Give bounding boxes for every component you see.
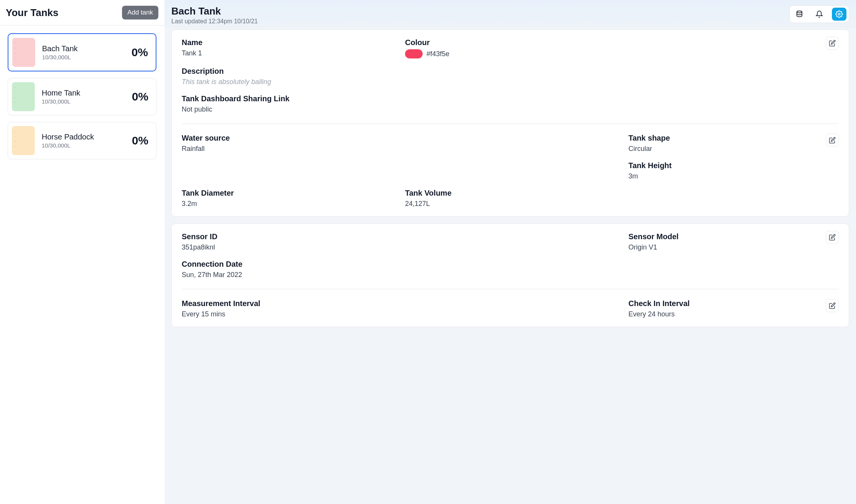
tank-card[interactable]: Home Tank10/30,000L0% [8,78,156,115]
database-icon [796,10,803,18]
bell-icon [815,10,823,18]
tank-card-name: Home Tank [42,89,125,97]
field-sharing-link-value: Not public [182,105,839,113]
edit-sensor-info-button[interactable] [826,231,839,244]
edit-icon [829,40,836,47]
last-updated-value: 12:34pm 10/10/21 [208,18,258,24]
settings-button[interactable] [832,8,846,21]
edit-icon [829,137,836,144]
field-measurement-interval-value: Every 15 mins [182,310,392,318]
tank-card-percent: 0% [132,134,148,147]
tank-card-sub: 10/30,000L [42,142,125,149]
field-measurement-interval-label: Measurement Interval [182,299,392,308]
page-toolbar [789,5,849,23]
field-checkin-interval-label: Check In Interval [628,299,839,308]
field-tank-diameter-label: Tank Diameter [182,189,392,198]
sensor-card: Sensor ID 351pa8iknl Sensor Model Origin… [171,224,849,327]
sensor-intervals-section: Measurement Interval Every 15 mins Check… [182,289,839,318]
field-connection-date: Connection Date Sun, 27th Mar 2022 [182,260,839,279]
notifications-button[interactable] [812,8,827,21]
field-tank-volume-label: Tank Volume [405,189,615,198]
tank-swatch-icon [12,126,35,155]
field-tank-volume: Tank Volume 24,127L [405,189,615,208]
field-description-label: Description [182,67,839,76]
add-tank-button[interactable]: Add tank [122,6,158,19]
field-tank-shape: Tank shape Circular [628,134,839,153]
field-sensor-model: Sensor Model Origin V1 [628,232,839,251]
field-connection-date-label: Connection Date [182,260,839,269]
tank-card-sub: 10/30,000L [42,54,125,60]
tank-list: Bach Tank10/30,000L0%Home Tank10/30,000L… [0,26,164,167]
tank-card-percent: 0% [132,46,148,59]
edit-tank-properties-button[interactable] [826,37,839,50]
tank-dimensions-section: Water source Rainfall Tank shape Circula… [182,123,839,208]
field-name-value: Tank 1 [182,49,392,57]
tank-detail-main: Bach Tank Last updated 12:34pm 10/10/21 [164,0,856,504]
field-description-value: This tank is absolutely balling [182,78,839,86]
field-tank-shape-value: Circular [628,145,839,153]
field-name-label: Name [182,38,392,47]
last-updated: Last updated 12:34pm 10/10/21 [171,18,258,25]
main-header: Bach Tank Last updated 12:34pm 10/10/21 [164,0,856,28]
field-tank-height-value: 3m [628,172,839,180]
field-colour-value: #f43f5e [405,49,839,58]
tank-properties-card: Name Tank 1 Colour #f43f5e Description T… [171,29,849,217]
page-title: Bach Tank [171,5,258,17]
field-sharing-link: Tank Dashboard Sharing Link Not public [182,94,839,113]
tank-card[interactable]: Horse Paddock10/30,000L0% [8,122,156,159]
field-tank-volume-value: 24,127L [405,200,615,208]
field-sensor-model-label: Sensor Model [628,232,839,241]
svg-point-1 [838,13,840,15]
field-colour-label: Colour [405,38,839,47]
field-name: Name Tank 1 [182,38,392,58]
tank-card-sub: 10/30,000L [42,98,125,105]
field-tank-height: Tank Height 3m [628,161,839,180]
field-sharing-link-label: Tank Dashboard Sharing Link [182,94,839,103]
field-water-source-label: Water source [182,134,392,143]
sidebar-title: Your Tanks [6,7,59,19]
field-sensor-id-value: 351pa8iknl [182,243,392,251]
tank-properties-general-section: Name Tank 1 Colour #f43f5e Description T… [182,38,839,113]
colour-swatch [405,49,423,58]
colour-hex: #f43f5e [426,50,449,58]
gear-icon [835,10,843,18]
field-tank-height-label: Tank Height [628,161,839,170]
field-tank-shape-label: Tank shape [628,134,839,143]
field-checkin-interval-value: Every 24 hours [628,310,839,318]
sensor-info-section: Sensor ID 351pa8iknl Sensor Model Origin… [182,232,839,279]
tank-card-info: Horse Paddock10/30,000L [42,133,125,149]
edit-sensor-intervals-button[interactable] [826,299,839,312]
tank-swatch-icon [12,38,35,67]
tank-card-info: Bach Tank10/30,000L [42,44,125,60]
field-sensor-id-label: Sensor ID [182,232,392,241]
last-updated-prefix: Last updated [171,18,208,24]
field-measurement-interval: Measurement Interval Every 15 mins [182,299,392,318]
field-sensor-model-value: Origin V1 [628,243,839,251]
data-icon-button[interactable] [792,8,807,21]
tank-card-name: Horse Paddock [42,133,125,141]
field-sensor-id: Sensor ID 351pa8iknl [182,232,392,251]
field-tank-diameter-value: 3.2m [182,200,392,208]
field-connection-date-value: Sun, 27th Mar 2022 [182,271,839,279]
tank-card-percent: 0% [132,90,148,103]
main-header-titleblock: Bach Tank Last updated 12:34pm 10/10/21 [171,5,258,25]
tank-card[interactable]: Bach Tank10/30,000L0% [8,33,156,71]
tank-sidebar: Your Tanks Add tank Bach Tank10/30,000L0… [0,0,164,504]
tank-card-info: Home Tank10/30,000L [42,89,125,105]
edit-icon [829,234,836,241]
tank-swatch-icon [12,82,35,111]
tank-card-name: Bach Tank [42,44,125,53]
field-colour: Colour #f43f5e [405,38,839,58]
edit-tank-dimensions-button[interactable] [826,134,839,147]
field-water-source-value: Rainfall [182,145,392,153]
field-checkin-interval: Check In Interval Every 24 hours [628,299,839,318]
sidebar-header: Your Tanks Add tank [0,0,164,26]
svg-point-0 [797,11,802,13]
edit-icon [829,302,836,309]
field-tank-diameter: Tank Diameter 3.2m [182,189,392,208]
field-water-source: Water source Rainfall [182,134,392,153]
field-description: Description This tank is absolutely ball… [182,67,839,86]
tank-detail-content: Name Tank 1 Colour #f43f5e Description T… [164,28,856,335]
